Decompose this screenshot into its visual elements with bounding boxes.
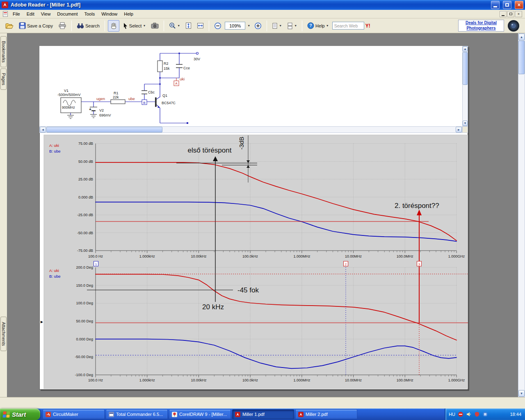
toolbar-separator bbox=[302, 21, 302, 31]
menu-view[interactable]: View bbox=[38, 10, 54, 18]
volume-tray-icon[interactable] bbox=[466, 411, 472, 417]
label-q1-type: BC547C bbox=[162, 101, 176, 105]
tab-attachments[interactable]: Attachments bbox=[0, 317, 7, 351]
menu-edit[interactable]: Edit bbox=[23, 10, 38, 18]
open-folder-icon bbox=[5, 22, 14, 30]
zoom-in-button[interactable] bbox=[252, 20, 264, 32]
menu-bar: File Edit View Document Tools Window Hel… bbox=[0, 10, 525, 18]
deals-ad-link[interactable]: Deals for Digital Photographers bbox=[458, 20, 504, 32]
close-button[interactable]: × bbox=[515, 1, 523, 9]
label-cbc: Cbc bbox=[148, 90, 155, 94]
circuit-v-scrollbar[interactable]: ▲ ▼ bbox=[462, 46, 468, 126]
svg-text:-50.00 dB: -50.00 dB bbox=[77, 231, 93, 235]
fit-page-button[interactable] bbox=[183, 20, 194, 32]
magnifier-icon bbox=[169, 22, 176, 29]
save-a-copy-label: Save a Copy bbox=[27, 23, 53, 28]
mdi-minimize-button[interactable] bbox=[500, 11, 507, 17]
open-button[interactable] bbox=[3, 20, 16, 32]
cursor-icon bbox=[123, 23, 128, 29]
reader-v-scrollbar[interactable]: ▲ ▼ bbox=[518, 33, 525, 397]
scroll-down-button[interactable]: ▼ bbox=[518, 390, 525, 397]
taskbar-task-total-commander[interactable]: Total Commander 6.5... bbox=[106, 409, 168, 419]
pdf-document-icon bbox=[1, 11, 9, 17]
mdi-window-controls: × bbox=[500, 11, 524, 17]
annotation-first-breakpoint: első töréspont bbox=[188, 146, 232, 154]
menu-help[interactable]: Help bbox=[121, 10, 137, 18]
menu-document[interactable]: Document bbox=[54, 10, 81, 18]
fit-page-icon bbox=[185, 22, 192, 29]
svg-text:0.000 Deg: 0.000 Deg bbox=[76, 337, 93, 341]
cursor-flag-1: 1 bbox=[94, 261, 98, 266]
chevron-down-icon: ▼ bbox=[294, 24, 297, 27]
network-tray-icon[interactable] bbox=[482, 411, 488, 417]
taskbar-task-circuitmaker[interactable]: CircuitMaker bbox=[43, 409, 105, 419]
scroll-up-button[interactable]: ▲ bbox=[463, 46, 468, 52]
menu-tools[interactable]: Tools bbox=[81, 10, 98, 18]
yahoo-button[interactable]: Y! bbox=[365, 23, 370, 29]
select-tool-button[interactable]: Select ▼ bbox=[121, 20, 148, 32]
task-label: CorelDRAW 9 - [Miller... bbox=[179, 412, 227, 417]
page-layout-button-2[interactable]: ▼ bbox=[285, 20, 299, 32]
circuit-diagram: V1 -500m/500mV 900MHz ugen R1 22k ube Cb… bbox=[39, 46, 468, 126]
reader-scroll-thumb[interactable] bbox=[518, 41, 525, 74]
svg-text:1.000GHz: 1.000GHz bbox=[448, 378, 465, 382]
nav-pane-expand-arrow[interactable]: ► bbox=[40, 319, 44, 325]
svg-text:1: 1 bbox=[95, 262, 97, 266]
tab-bookmarks[interactable]: Bookmarks bbox=[0, 36, 7, 67]
taskbar-task-miller1[interactable]: Miller 1.pdf bbox=[232, 409, 294, 419]
security-tray-icon[interactable] bbox=[474, 411, 480, 417]
svg-text:1.000kHz: 1.000kHz bbox=[139, 378, 155, 382]
taskbar-task-coreldraw[interactable]: CorelDRAW 9 - [Miller... bbox=[169, 409, 231, 419]
start-button[interactable]: Start bbox=[0, 409, 40, 420]
hand-tool-button[interactable] bbox=[108, 20, 119, 32]
mdi-restore-button[interactable] bbox=[507, 11, 514, 17]
search-button[interactable]: Search bbox=[75, 20, 102, 32]
language-indicator[interactable]: HU bbox=[449, 412, 455, 417]
fit-width-button[interactable] bbox=[195, 20, 206, 32]
restore-button[interactable] bbox=[503, 1, 511, 9]
zoom-out-icon bbox=[214, 22, 221, 30]
tab-pages[interactable]: Pages bbox=[0, 68, 7, 90]
svg-text:2: 2 bbox=[345, 262, 347, 266]
zoom-out-button[interactable] bbox=[212, 20, 224, 32]
chevron-down-icon: ▼ bbox=[247, 24, 250, 27]
minimize-button[interactable] bbox=[491, 1, 500, 9]
chevron-down-icon: ▼ bbox=[143, 24, 146, 27]
svg-text:150.0 Deg: 150.0 Deg bbox=[76, 283, 93, 288]
task-label: Miller 2.pdf bbox=[306, 412, 328, 417]
antivirus-tray-icon[interactable] bbox=[458, 411, 463, 417]
print-button[interactable] bbox=[56, 20, 68, 32]
save-a-copy-button[interactable]: Save a Copy bbox=[17, 20, 55, 32]
menu-file[interactable]: File bbox=[9, 10, 23, 18]
annotation-minus-45: -45 fok bbox=[237, 286, 259, 294]
page-layout-button-1[interactable]: ▼ bbox=[270, 20, 284, 32]
ad-line-1: Deals for Digital bbox=[459, 21, 503, 26]
chevron-down-icon: ▼ bbox=[279, 24, 282, 27]
task-label: Miller 1.pdf bbox=[242, 412, 265, 417]
menu-window[interactable]: Window bbox=[98, 10, 121, 18]
help-button[interactable]: ? Help ▼ bbox=[305, 20, 331, 32]
zoom-tool-button[interactable]: ▼ bbox=[167, 20, 182, 32]
task-label: CircuitMaker bbox=[53, 412, 78, 417]
chevron-down-icon: ▼ bbox=[177, 24, 180, 27]
label-uki: uki bbox=[180, 77, 185, 81]
floppy-icon bbox=[19, 22, 26, 29]
start-label: Start bbox=[12, 411, 26, 418]
search-web-input[interactable] bbox=[332, 22, 364, 30]
zoom-level-dropdown[interactable]: ▼ bbox=[247, 20, 251, 32]
coreldraw-icon bbox=[172, 412, 177, 417]
circuit-v-scroll-thumb[interactable] bbox=[463, 52, 468, 85]
camera-icon bbox=[151, 23, 159, 29]
zoom-level-box[interactable]: 109% bbox=[225, 22, 245, 30]
svg-text:100.0 Deg: 100.0 Deg bbox=[76, 301, 93, 305]
svg-text:10.00MHz: 10.00MHz bbox=[345, 378, 362, 382]
label-r1: R1 bbox=[114, 91, 119, 95]
chevron-down-icon: ▼ bbox=[326, 24, 329, 27]
scroll-up-button[interactable]: ▲ bbox=[518, 34, 525, 40]
taskbar-clock: 18:44 bbox=[510, 412, 521, 417]
svg-text:?: ? bbox=[309, 23, 312, 28]
mdi-close-button[interactable]: × bbox=[515, 11, 522, 17]
snapshot-button[interactable] bbox=[149, 20, 161, 32]
label-node-b: B bbox=[143, 101, 145, 105]
taskbar-task-miller2[interactable]: Miller 2.pdf bbox=[295, 409, 357, 419]
